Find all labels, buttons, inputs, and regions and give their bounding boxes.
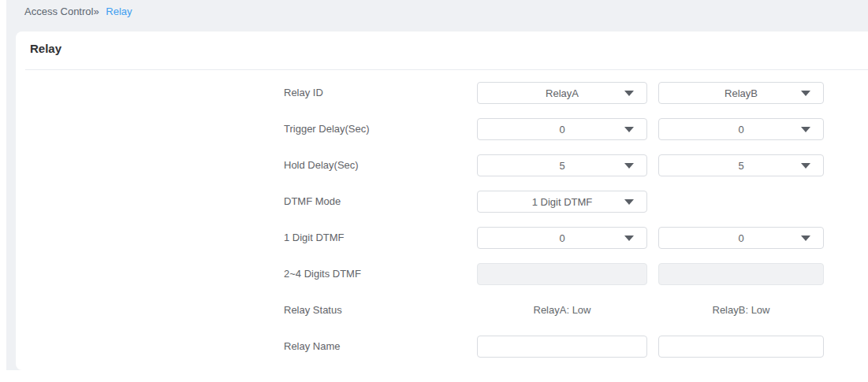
relay-status-a: RelayA: Low [477, 299, 647, 321]
trigger-delay-select-b[interactable]: 0 [658, 118, 824, 140]
relay-status-b: RelayB: Low [658, 299, 824, 321]
relay-settings-panel: Relay Relay ID RelayA RelayB Trigger Del… [16, 32, 868, 370]
row-trigger-delay: Trigger Delay(Sec) 0 0 [16, 118, 868, 140]
dropdown-arrow-icon [624, 236, 634, 241]
hold-delay-select-a-value: 5 [559, 160, 564, 172]
relay-id-label: Relay ID [284, 82, 323, 104]
dropdown-arrow-icon [801, 163, 810, 169]
breadcrumb: Access Control» Relay [24, 0, 132, 24]
hold-delay-select-b-value: 5 [738, 160, 743, 172]
relay-id-select-b-value: RelayB [725, 87, 758, 99]
row-multi-digit-dtmf: 2~4 Digits DTMF [16, 263, 868, 285]
multi-digit-dtmf-label: 2~4 Digits DTMF [284, 263, 361, 285]
trigger-delay-select-b-value: 0 [738, 124, 743, 135]
dropdown-arrow-icon [624, 127, 634, 132]
dtmf-mode-select-value: 1 Digit DTMF [532, 196, 593, 208]
one-digit-dtmf-select-b[interactable]: 0 [658, 227, 824, 249]
page-background: Access Control» Relay Relay Relay ID Rel… [6, 0, 868, 370]
relay-id-select-a[interactable]: RelayA [477, 82, 647, 104]
trigger-delay-select-a-value: 0 [559, 124, 564, 135]
hold-delay-label: Hold Delay(Sec) [284, 154, 359, 176]
hold-delay-select-b[interactable]: 5 [658, 154, 824, 176]
breadcrumb-section: Access Control» [24, 6, 99, 17]
dropdown-arrow-icon [801, 91, 810, 96]
dtmf-mode-select[interactable]: 1 Digit DTMF [477, 191, 647, 213]
title-divider [25, 69, 868, 70]
one-digit-dtmf-select-a-value: 0 [559, 232, 564, 244]
dropdown-arrow-icon [624, 91, 634, 96]
relay-name-input-a[interactable] [477, 336, 647, 358]
relay-id-select-b[interactable]: RelayB [658, 82, 824, 104]
hold-delay-select-a[interactable]: 5 [477, 154, 647, 176]
row-dtmf-mode: DTMF Mode 1 Digit DTMF [16, 191, 868, 213]
relay-name-label: Relay Name [284, 336, 341, 358]
dtmf-mode-label: DTMF Mode [284, 191, 341, 213]
panel-title: Relay [30, 42, 61, 55]
dropdown-arrow-icon [624, 199, 634, 205]
trigger-delay-label: Trigger Delay(Sec) [284, 118, 370, 140]
one-digit-dtmf-select-b-value: 0 [738, 232, 743, 244]
relay-status-label: Relay Status [284, 299, 342, 321]
row-one-digit-dtmf: 1 Digit DTMF 0 0 [16, 227, 868, 249]
trigger-delay-select-a[interactable]: 0 [477, 118, 647, 140]
multi-digit-dtmf-input-b [658, 263, 824, 285]
breadcrumb-current-page[interactable]: Relay [106, 6, 132, 17]
row-relay-id: Relay ID RelayA RelayB [16, 82, 868, 104]
dropdown-arrow-icon [624, 163, 634, 169]
row-relay-status: Relay Status RelayA: Low RelayB: Low [16, 299, 868, 321]
dropdown-arrow-icon [801, 236, 810, 241]
row-hold-delay: Hold Delay(Sec) 5 5 [16, 154, 868, 176]
one-digit-dtmf-label: 1 Digit DTMF [284, 227, 345, 249]
relay-id-select-a-value: RelayA [546, 87, 579, 99]
one-digit-dtmf-select-a[interactable]: 0 [477, 227, 647, 249]
multi-digit-dtmf-input-a [477, 263, 647, 285]
dropdown-arrow-icon [801, 127, 810, 132]
relay-name-input-b[interactable] [658, 336, 824, 358]
row-relay-name: Relay Name [16, 336, 868, 358]
